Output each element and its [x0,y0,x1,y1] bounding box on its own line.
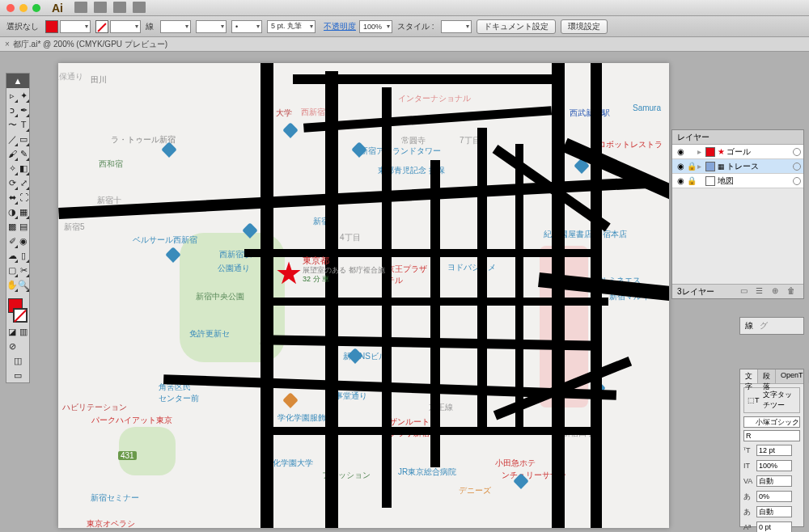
map-label: 田川 [91,74,107,86]
prefs-button[interactable]: 環境設定 [561,19,608,34]
brush-tool[interactable]: 🖌 [6,146,18,161]
rect-tool[interactable]: ▭ [18,132,29,146]
tab-close-icon[interactable]: × [5,40,10,49]
eraser-tool[interactable]: ◧ [18,161,29,175]
layer-panel-buttons[interactable]: ▭ ☰ ⊕ 🗑 [740,286,798,297]
stroke-box[interactable] [13,308,28,323]
fill-dropdown[interactable] [60,20,91,33]
line-tool[interactable]: ／ [6,132,18,146]
layer-row[interactable]: ◉ ▸ ★ ゴール [672,145,803,159]
rotate-tool[interactable]: ⟳ [6,175,18,190]
fill-swatch[interactable] [45,20,58,33]
map-route-badge: 431 [118,451,137,460]
layer-name[interactable]: 地図 [718,175,791,187]
close-window-icon[interactable] [6,4,15,12]
free-transform-tool[interactable]: ⛶ [18,190,29,205]
shape-builder-tool[interactable]: ◑ [6,205,18,219]
screen-mode-icon[interactable]: ▭ [6,368,29,382]
pencil-tool[interactable]: ✎ [18,146,29,161]
map-label: 大学 [276,108,292,119]
leading-input[interactable] [756,460,792,471]
graph-tool[interactable]: ▯ [18,248,29,263]
road-trace [260,427,600,435]
road-trace [552,63,565,528]
font-style-input[interactable] [743,430,800,441]
symbol-spray-tool[interactable]: ☁ [6,248,18,263]
brush-def-dropdown[interactable]: 5 pt. 丸筆 [267,20,316,33]
stroke-panel[interactable]: 線 グ [739,317,804,335]
pen-tool[interactable]: ✒ [18,103,29,117]
expand-icon[interactable]: ▸ [697,147,701,156]
direct-select-tool[interactable]: ▹ [6,88,18,103]
stroke-dropdown[interactable] [110,20,141,33]
width-tool[interactable]: ⬌ [6,190,18,205]
layer-name[interactable]: ゴール [726,146,791,158]
target-icon[interactable] [793,177,801,185]
font-search-input[interactable] [743,416,800,428]
goal-title: 東京都 [303,255,329,265]
stroke-weight-dropdown[interactable] [160,20,191,33]
visibility-icon[interactable]: ◉ [675,162,686,171]
curvature-tool[interactable]: 〜 [6,117,18,132]
stroke-swatch[interactable] [95,20,108,33]
lock-icon[interactable]: 🔒 [686,176,697,185]
mesh-tool[interactable]: ▩ [6,219,18,234]
style-dropdown[interactable] [441,20,472,33]
blend-tool[interactable]: ◉ [18,234,29,248]
magic-wand-tool[interactable]: ✦ [18,88,29,103]
selection-tool[interactable]: ▲ [6,74,29,88]
tab-opentype[interactable]: OpenT [776,369,809,383]
gradient-tab[interactable]: グ [760,321,768,330]
layer-row[interactable]: ◉ 🔒 ▸ ▦ トレース [672,159,803,174]
road-trace [303,106,552,132]
layer-name[interactable]: トレース [726,161,791,172]
document-tab-title[interactable]: 都庁.ai* @ 200% (CMYK/GPU プレビュー) [13,39,167,50]
aki-input[interactable] [756,506,792,517]
minimize-window-icon[interactable] [19,4,28,12]
touch-type-icon: ⬚T [748,396,760,404]
color-mode-icon[interactable]: ◪ [6,324,18,339]
shaper-tool[interactable]: ✧ [6,161,18,175]
gradient-tool[interactable]: ▤ [18,219,29,234]
layers-panel-header[interactable]: レイヤー [672,130,803,145]
artboard-tool[interactable]: ▢ [6,263,18,277]
eyedropper-tool[interactable]: ✐ [6,234,18,248]
slice-tool[interactable]: ✂ [18,263,29,277]
baseline-input[interactable] [756,521,792,532]
tracking-input[interactable] [756,491,792,502]
target-icon[interactable] [793,148,801,156]
expand-icon[interactable]: ▸ [697,162,701,171]
map-label: パークハイアット東京 [91,415,172,426]
layer-row[interactable]: ◉ 🔒 ▸ 地図 [672,174,803,188]
opacity-input[interactable]: 100% [359,20,392,33]
lock-icon[interactable]: 🔒 [686,162,697,171]
layer-color-swatch [705,162,715,171]
kerning-input[interactable] [756,475,792,487]
none-mode-icon[interactable]: ⊘ [6,339,18,353]
scale-tool[interactable]: ⤢ [18,175,29,190]
type-tool[interactable]: T [18,117,29,132]
hand-tool[interactable]: ✋ [6,277,18,292]
stroke-tab[interactable]: 線 [745,321,753,330]
font-size-input[interactable] [756,445,792,456]
zoom-tool[interactable]: 🔍 [18,277,29,292]
perspective-tool[interactable]: ▦ [18,205,29,219]
visibility-icon[interactable]: ◉ [675,147,686,156]
stroke-profile-dropdown[interactable] [196,20,227,33]
lasso-tool[interactable]: ɔ [6,103,18,117]
tab-paragraph[interactable]: 段落 [758,369,776,383]
zoom-window-icon[interactable] [32,4,40,12]
opacity-label[interactable]: 不透明度 [324,21,356,32]
target-icon[interactable] [793,163,801,171]
poi-icon [282,122,299,138]
visibility-icon[interactable]: ◉ [675,176,686,185]
fill-stroke-indicator[interactable] [6,297,29,324]
draw-mode-icon[interactable]: ◫ [6,353,29,368]
brush-dropdown[interactable]: • [231,20,262,33]
doc-setup-button[interactable]: ドキュメント設定 [477,19,556,34]
workspace-icons[interactable] [74,2,152,15]
tab-character[interactable]: 文字 [740,369,758,383]
map-label: 新宿中央公園 [196,291,244,302]
artboard-canvas[interactable]: 田川 ラ・トゥール新宿 西和宿 インターナショナル 西新宿 大学 新宿アイランド… [58,63,669,528]
gradient-mode-icon[interactable]: ▥ [18,324,29,339]
